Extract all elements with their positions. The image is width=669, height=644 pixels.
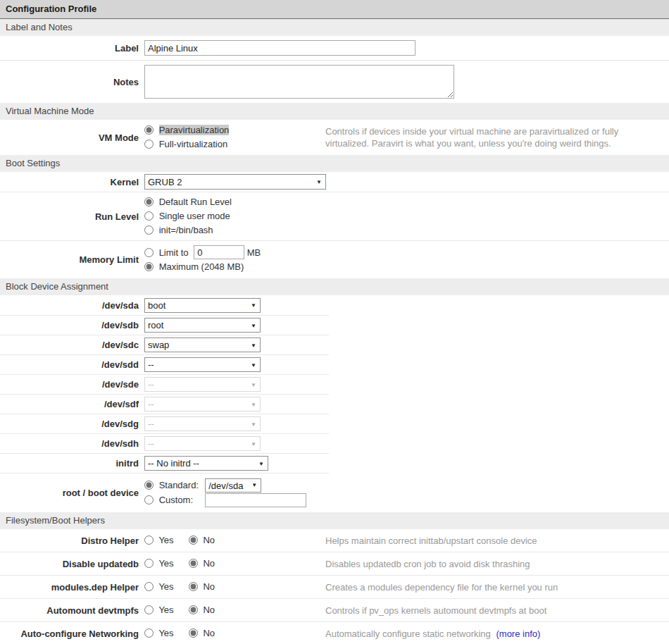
section-header-vm-mode: Virtual Machine Mode bbox=[0, 103, 669, 120]
helper-row-distro-helper: Distro Helper Yes No Helps maintain corr… bbox=[0, 529, 669, 552]
device-sdh-select: -- bbox=[144, 436, 261, 451]
device-sdd-cell: -- ▼ bbox=[144, 357, 329, 372]
more-info-link[interactable]: (more info) bbox=[496, 628, 540, 639]
single-user-mode-label: Single user mode bbox=[159, 211, 230, 221]
page-title-bar: Configuration Profile bbox=[0, 0, 669, 19]
automount-devtmpfs-yes-label: Yes bbox=[158, 605, 173, 615]
device-row-sdd: /dev/sdd -- ▼ bbox=[0, 354, 329, 374]
device-sdh-select-wrapper: -- ▼ bbox=[144, 436, 261, 451]
device-sdf-select: -- bbox=[144, 397, 261, 411]
full-virtualization-option-label: Full-virtualization bbox=[159, 139, 228, 149]
standard-root-device-select[interactable]: /dev/sda bbox=[205, 478, 261, 493]
run-level-option-default: Default Run Level bbox=[144, 195, 669, 209]
device-sde-select-wrapper: -- ▼ bbox=[144, 377, 261, 392]
device-row-sda: /dev/sda boot ▼ bbox=[0, 295, 329, 315]
run-level-options: Default Run Level Single user mode init=… bbox=[144, 195, 669, 237]
modules-dep-no-radio[interactable] bbox=[189, 582, 198, 591]
modules-dep-yes-label: Yes bbox=[158, 581, 173, 592]
vm-mode-label: VM Mode bbox=[0, 132, 144, 143]
kernel-select[interactable]: GRUB 2 bbox=[144, 174, 326, 190]
init-bash-radio[interactable] bbox=[144, 225, 154, 235]
section-header-label-and-notes: Label and Notes bbox=[0, 19, 669, 36]
kernel-row: Kernel GRUB 2 ▼ bbox=[0, 172, 669, 192]
disable-updatedb-options: Yes No bbox=[144, 557, 325, 571]
device-sdc-label: /dev/sdc bbox=[0, 340, 144, 350]
disable-updatedb-yes-radio[interactable] bbox=[144, 559, 154, 568]
device-sdb-cell: root ▼ bbox=[144, 318, 329, 333]
device-sdc-select[interactable]: swap bbox=[144, 338, 261, 352]
limit-to-label: Limit to bbox=[159, 247, 189, 258]
init-bash-label: init=/bin/bash bbox=[159, 225, 213, 235]
modules-dep-no-label: No bbox=[203, 581, 215, 592]
initrd-select[interactable]: -- No initrd -- bbox=[144, 456, 268, 471]
device-sda-label: /dev/sda bbox=[0, 300, 144, 311]
kernel-field-cell: GRUB 2 ▼ bbox=[144, 174, 669, 190]
default-run-level-label: Default Run Level bbox=[159, 197, 232, 207]
device-sdg-cell: -- ▼ bbox=[144, 416, 329, 431]
automount-devtmpfs-yes-radio[interactable] bbox=[144, 605, 154, 614]
memory-limit-option-maximum: Maximum (2048 MB) bbox=[144, 260, 669, 274]
modules-dep-help-text: Creates a modules dependency file for th… bbox=[325, 581, 669, 593]
custom-root-device-input[interactable] bbox=[205, 493, 306, 507]
distro-helper-no-radio[interactable] bbox=[189, 535, 198, 545]
device-sdc-select-wrapper: swap ▼ bbox=[144, 338, 261, 352]
distro-helper-yes-label: Yes bbox=[158, 535, 173, 545]
modules-dep-yes-radio[interactable] bbox=[144, 582, 154, 591]
automount-devtmpfs-no-radio[interactable] bbox=[189, 605, 198, 614]
initrd-select-wrapper: -- No initrd -- ▼ bbox=[144, 456, 268, 471]
notes-field-label: Notes bbox=[0, 77, 144, 87]
device-row-sde: /dev/sde -- ▼ bbox=[0, 374, 329, 394]
default-run-level-radio[interactable] bbox=[144, 197, 154, 206]
memory-limit-label: Memory Limit bbox=[0, 254, 144, 265]
vm-mode-row: VM Mode Paravirtualization Full-virtuali… bbox=[0, 120, 669, 155]
device-sdf-label: /dev/sdf bbox=[0, 399, 144, 409]
distro-helper-options: Yes No bbox=[144, 533, 325, 547]
disable-updatedb-help-text: Disables updatedb cron job to avoid disk… bbox=[325, 558, 669, 570]
auto-configure-networking-yes-radio[interactable] bbox=[144, 628, 154, 638]
auto-configure-networking-yes-label: Yes bbox=[158, 628, 173, 638]
device-sda-select-wrapper: boot ▼ bbox=[144, 298, 261, 313]
distro-helper-label: Distro Helper bbox=[0, 535, 144, 546]
distro-helper-yes-radio[interactable] bbox=[144, 535, 154, 545]
label-input[interactable] bbox=[144, 40, 415, 56]
helper-row-disable-updatedb: Disable updatedb Yes No Disables updated… bbox=[0, 552, 669, 575]
root-boot-device-options: Standard: /dev/sda ▼ Custom: bbox=[144, 478, 329, 507]
custom-root-device-radio[interactable] bbox=[144, 495, 154, 504]
single-user-mode-radio[interactable] bbox=[144, 211, 154, 221]
memory-limit-input[interactable] bbox=[194, 245, 244, 259]
device-row-sdh: /dev/sdh -- ▼ bbox=[0, 433, 329, 453]
disable-updatedb-yes-label: Yes bbox=[158, 558, 173, 569]
memory-limit-unit-label: MB bbox=[247, 247, 261, 258]
run-level-option-init-bash: init=/bin/bash bbox=[144, 223, 669, 237]
device-row-sdg: /dev/sdg -- ▼ bbox=[0, 414, 329, 433]
device-sde-label: /dev/sde bbox=[0, 379, 144, 390]
root-device-option-custom: Custom: bbox=[144, 493, 329, 508]
auto-configure-networking-no-label: No bbox=[203, 628, 215, 638]
memory-limit-row: Memory Limit Limit to MB Maximum (2048 M… bbox=[0, 240, 669, 278]
paravirtualization-option-label: Paravirtualization bbox=[159, 125, 230, 135]
paravirtualization-radio[interactable] bbox=[144, 125, 154, 135]
standard-root-device-radio[interactable] bbox=[144, 481, 154, 490]
maximum-memory-radio[interactable] bbox=[144, 262, 154, 271]
disable-updatedb-no-radio[interactable] bbox=[189, 559, 198, 568]
kernel-label: Kernel bbox=[0, 177, 144, 187]
device-sdc-cell: swap ▼ bbox=[144, 338, 329, 352]
device-sde-cell: -- ▼ bbox=[144, 377, 329, 392]
device-sdd-select[interactable]: -- bbox=[144, 357, 261, 372]
section-helpers: Distro Helper Yes No Helps maintain corr… bbox=[0, 529, 669, 644]
device-sdg-select: -- bbox=[144, 416, 261, 431]
notes-textarea[interactable] bbox=[144, 65, 454, 99]
full-virtualization-radio[interactable] bbox=[144, 140, 154, 149]
device-row-sdb: /dev/sdb root ▼ bbox=[0, 315, 329, 335]
device-sdh-label: /dev/sdh bbox=[0, 438, 144, 449]
automount-devtmpfs-no-label: No bbox=[203, 605, 215, 615]
device-sda-cell: boot ▼ bbox=[144, 298, 329, 313]
label-row: Label bbox=[0, 36, 669, 60]
initrd-row: initrd -- No initrd -- ▼ bbox=[0, 453, 329, 473]
device-sdb-select[interactable]: root bbox=[144, 318, 261, 333]
device-row-sdc: /dev/sdc swap ▼ bbox=[0, 335, 329, 354]
limit-to-radio[interactable] bbox=[144, 248, 154, 257]
device-sda-select[interactable]: boot bbox=[144, 298, 261, 313]
run-level-row: Run Level Default Run Level Single user … bbox=[0, 192, 669, 240]
auto-configure-networking-no-radio[interactable] bbox=[189, 628, 198, 638]
